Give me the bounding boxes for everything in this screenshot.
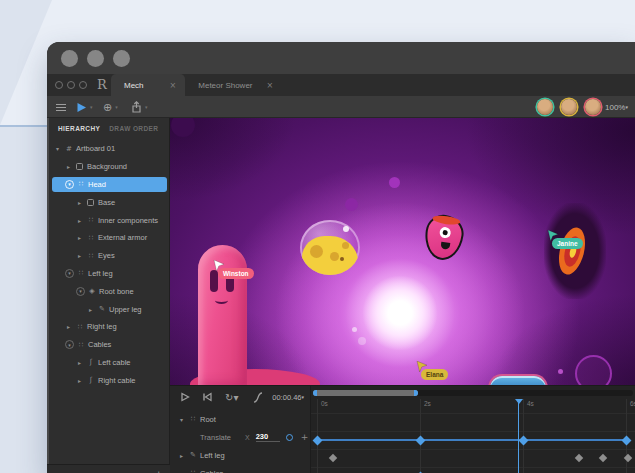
tab-meteor-shower[interactable]: Meteor Shower× bbox=[185, 74, 282, 96]
expand-caret-icon[interactable]: ▸ bbox=[76, 217, 83, 224]
expand-caret-icon[interactable]: ▸ bbox=[65, 163, 72, 170]
timeline-scrollbar-handle[interactable] bbox=[313, 390, 418, 396]
traffic-light-icon[interactable] bbox=[113, 50, 130, 67]
tab-label: Meteor Shower bbox=[198, 81, 252, 90]
keyframe[interactable] bbox=[621, 435, 631, 445]
timeline-row-left-leg[interactable]: ▸✎Left leg bbox=[170, 446, 310, 464]
transform-tool-icon[interactable]: ▾ bbox=[76, 96, 93, 118]
expand-caret-icon[interactable]: ▸ bbox=[178, 452, 185, 459]
loop-mode-button[interactable]: ↻▾ bbox=[225, 389, 238, 405]
traffic-light-icon[interactable] bbox=[87, 50, 104, 67]
hierarchy-item-inner-components[interactable]: ▸∷Inner components bbox=[47, 211, 170, 229]
close-icon[interactable]: × bbox=[267, 81, 274, 90]
collaborator-yellow-avatar[interactable] bbox=[561, 99, 577, 115]
hierarchy-item-label: Right cable bbox=[98, 376, 136, 385]
collaborator-red-avatar[interactable] bbox=[585, 99, 601, 115]
keyframe[interactable] bbox=[329, 454, 337, 462]
expand-caret-icon[interactable]: ▸ bbox=[76, 252, 83, 259]
window-control-icon[interactable] bbox=[79, 81, 87, 89]
expand-caret-icon[interactable]: ▾ bbox=[178, 416, 185, 423]
ruler-tick-label: 2s bbox=[424, 400, 431, 407]
close-icon[interactable]: × bbox=[170, 81, 177, 90]
group-icon: ∷ bbox=[86, 252, 96, 260]
skip-to-start-button[interactable] bbox=[202, 389, 212, 405]
expand-caret-icon[interactable]: ▸ bbox=[178, 470, 185, 473]
expand-caret-icon[interactable]: ▸ bbox=[76, 234, 83, 241]
create-tools-icon[interactable]: ⊕▾ bbox=[103, 96, 118, 118]
cursor-janine: Janine bbox=[547, 228, 559, 246]
expand-caret-icon[interactable]: ▾ bbox=[54, 145, 61, 152]
collaborator-teal-avatar[interactable] bbox=[537, 99, 553, 115]
window-control-icon[interactable] bbox=[67, 81, 75, 89]
playhead-handle[interactable] bbox=[515, 399, 523, 404]
property-label: Translate bbox=[200, 433, 231, 442]
hierarchy-item-upper-leg[interactable]: ▸✎Upper leg bbox=[47, 300, 170, 318]
hierarchy-item-label: Left leg bbox=[88, 269, 113, 278]
expand-caret-icon[interactable]: ▸ bbox=[76, 199, 83, 206]
character-bubble[interactable] bbox=[300, 220, 360, 275]
character-dome[interactable] bbox=[488, 374, 548, 385]
play-button[interactable] bbox=[180, 389, 190, 405]
keyframe-toggle-icon[interactable] bbox=[286, 434, 293, 441]
keyframe[interactable] bbox=[415, 435, 425, 445]
time-display[interactable]: 00:00.46▾ bbox=[272, 389, 304, 405]
hierarchy-item-right-cable[interactable]: ▸ʃRight cable bbox=[47, 371, 170, 389]
expand-caret-icon[interactable]: ▸ bbox=[65, 323, 72, 330]
hierarchy-item-artboard-01[interactable]: ▾#Artboard 01 bbox=[47, 140, 170, 158]
background-accent-line bbox=[0, 125, 48, 127]
jelly-eye bbox=[439, 226, 451, 238]
stage-canvas[interactable]: WinstonJanineElana bbox=[170, 118, 635, 385]
fire-splat[interactable] bbox=[544, 203, 606, 299]
timeline-row-cables[interactable]: ▸∷Cables bbox=[170, 464, 310, 473]
tab-hierarchy[interactable]: HIERARCHY bbox=[58, 125, 100, 132]
timeline-row-root[interactable]: ▾∷Root bbox=[170, 410, 310, 428]
decor-dot bbox=[558, 369, 563, 374]
hierarchy-item-external-armor[interactable]: ▸∷External armor bbox=[47, 229, 170, 247]
value-input[interactable]: 230 bbox=[256, 432, 280, 442]
expand-caret-icon[interactable]: ▸ bbox=[76, 377, 83, 384]
hierarchy-item-eyes[interactable]: ▸∷Eyes bbox=[47, 247, 170, 265]
interpolation-button[interactable] bbox=[252, 389, 264, 405]
keyframe[interactable] bbox=[599, 454, 607, 462]
layer-icon bbox=[87, 199, 94, 206]
pen-icon: ✎ bbox=[188, 451, 198, 459]
caret-glyph: ▾ bbox=[68, 270, 71, 276]
hierarchy-item-left-leg[interactable]: ▾∷Left leg bbox=[47, 265, 170, 283]
hierarchy-item-label: Upper leg bbox=[109, 305, 142, 314]
keyframe[interactable] bbox=[518, 435, 528, 445]
timeline-row-translate[interactable]: TranslateX230+ bbox=[170, 428, 310, 446]
hierarchy-item-root-bone[interactable]: ▾◈Root bone bbox=[47, 282, 170, 300]
hierarchy-item-right-leg[interactable]: ▸∷Right leg bbox=[47, 318, 170, 336]
timeline-row-label: Cables bbox=[200, 469, 223, 473]
hierarchy-item-head[interactable]: ▾∷Head bbox=[47, 176, 170, 194]
traffic-light-icon[interactable] bbox=[61, 50, 78, 67]
hierarchy-item-left-cable[interactable]: ▸ʃLeft cable bbox=[47, 354, 170, 372]
window-control-icon[interactable] bbox=[55, 81, 63, 89]
tab-draw-order[interactable]: DRAW ORDER bbox=[109, 125, 158, 132]
decor-ring-circle bbox=[575, 355, 612, 385]
hierarchy-item-background[interactable]: ▸Background bbox=[47, 158, 170, 176]
hierarchy-item-cables[interactable]: ▾∷Cables bbox=[47, 336, 170, 354]
keyframe[interactable] bbox=[575, 454, 583, 462]
zoom-control[interactable]: 100%▾ bbox=[605, 96, 628, 118]
expand-caret-icon[interactable]: ▾ bbox=[76, 287, 85, 296]
keyframe[interactable] bbox=[312, 435, 322, 445]
menu-icon[interactable] bbox=[56, 96, 66, 118]
hierarchy-item-base[interactable]: ▸Base bbox=[47, 193, 170, 211]
tab-mech[interactable]: Mech× bbox=[111, 74, 185, 96]
page: R Mech×Meteor Shower× ▾ ⊕▾ ▾ 100%▾ bbox=[0, 0, 635, 473]
add-animation-button[interactable]: + bbox=[156, 468, 162, 473]
cursor-winston: Winston bbox=[213, 258, 225, 276]
expand-caret-icon[interactable]: ▾ bbox=[65, 340, 74, 349]
group-icon: ∷ bbox=[86, 234, 96, 242]
expand-caret-icon[interactable]: ▸ bbox=[87, 306, 94, 313]
export-icon[interactable]: ▾ bbox=[131, 96, 148, 118]
animations-panel: ANIMATIONS + →Dance↻Awaken→Self-destruct bbox=[47, 464, 170, 473]
add-key-icon[interactable]: + bbox=[301, 432, 309, 442]
playhead-line[interactable] bbox=[518, 399, 520, 473]
expand-caret-icon[interactable]: ▾ bbox=[65, 269, 74, 278]
hierarchy-item-label: Base bbox=[98, 198, 115, 207]
expand-caret-icon[interactable]: ▸ bbox=[76, 359, 83, 366]
expand-caret-icon[interactable]: ▾ bbox=[65, 180, 74, 189]
cursor-name-badge: Janine bbox=[552, 238, 583, 249]
